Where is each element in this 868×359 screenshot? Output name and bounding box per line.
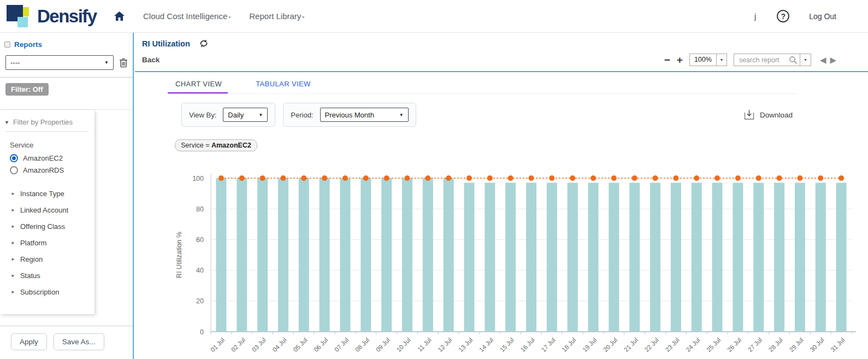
filter-status-badge: Filter: Off [5, 83, 49, 96]
service-option-amazonec2[interactable]: AmazonEC2 [10, 154, 95, 162]
filter-group-label: Instance Type [20, 190, 64, 198]
filter-group-region[interactable]: ►Region [0, 251, 95, 267]
bar-21-jul [629, 183, 640, 332]
zoom-level-value: 100% [690, 54, 716, 66]
user-initial[interactable]: j [754, 12, 756, 21]
zoom-level-select[interactable]: 100% ▼ [689, 54, 727, 66]
search-report-input[interactable] [738, 56, 789, 64]
chart-controls-row: View By: Daily ▼ Period: Previous Month … [168, 103, 797, 127]
chevron-right-icon: ► [11, 191, 15, 196]
densify-logo-icon [5, 3, 33, 30]
help-button[interactable]: ? [777, 10, 789, 22]
chevron-down-icon: ▼ [258, 113, 263, 117]
x-tick-label: 21 Jul [623, 337, 639, 353]
filter-group-subscription[interactable]: ►Subscription [0, 284, 95, 300]
x-tick-label: 05 Jul [292, 337, 309, 353]
target-dot-22-jul [653, 175, 658, 181]
target-dot-13-jul [467, 175, 472, 181]
back-button[interactable]: Back [142, 56, 160, 64]
filter-divider [5, 131, 88, 132]
x-tick-label: 11 Jul [416, 337, 433, 353]
bar-17-jul [547, 183, 557, 332]
x-tick-label: 08 Jul [354, 337, 370, 353]
trash-icon [119, 58, 128, 68]
reports-sidebar: Reports ---- ▼ Filter: Off ▼ Filter by P… [0, 33, 134, 359]
x-tick-label: 27 Jul [747, 337, 763, 353]
target-dot-09-jul [384, 175, 389, 181]
home-button[interactable] [114, 11, 125, 21]
panel-collapse-icon[interactable] [4, 42, 10, 48]
delete-report-button[interactable] [119, 58, 128, 68]
home-icon [114, 11, 125, 21]
filter-chip-value: AmazonEC2 [211, 142, 251, 149]
x-tick-label: 20 Jul [602, 337, 618, 353]
tab-chart-view[interactable]: CHART VIEW [175, 80, 222, 88]
service-option-label: AmazonRDS [23, 166, 64, 174]
previous-page-button[interactable]: ◀ [820, 56, 826, 64]
filter-section-header[interactable]: ▼ Filter by Properties [0, 118, 95, 126]
bar-06-jul [320, 178, 330, 332]
refresh-button[interactable] [199, 39, 209, 48]
next-page-button[interactable]: ▶ [830, 56, 836, 64]
ri-utilization-chart: 02040608010001 Jul02 Jul03 Jul04 Jul05 J… [168, 169, 863, 359]
period-value: Previous Month [325, 111, 374, 119]
nav-item-report-library[interactable]: Report Library▾ [249, 11, 304, 21]
bar-20-jul [609, 183, 619, 332]
filter-group-status[interactable]: ►Status [0, 267, 95, 284]
densify-logo[interactable]: Densify [5, 3, 107, 30]
tab-tabular-view[interactable]: TABULAR VIEW [256, 80, 311, 88]
bar-10-jul [402, 178, 412, 332]
period-select[interactable]: Previous Month ▼ [320, 108, 409, 122]
target-dot-20-jul [611, 175, 617, 181]
bar-24-jul [692, 183, 702, 332]
chevron-down-icon: ▼ [399, 113, 404, 117]
main-nav: Cloud Cost Intelligence▾Report Library▾ [125, 11, 304, 21]
bar-05-jul [299, 178, 309, 332]
filter-group-label: Offering Class [20, 222, 65, 231]
view-by-select[interactable]: Daily ▼ [223, 108, 268, 122]
save-as-button[interactable]: Save As... [54, 333, 104, 350]
radio-icon[interactable] [10, 154, 18, 162]
search-report-box [734, 54, 800, 66]
filter-group-platform[interactable]: ►Platform [0, 234, 95, 251]
x-tick-label: 16 Jul [519, 337, 536, 353]
bar-16-jul [526, 183, 536, 332]
logout-button[interactable]: Log Out [809, 12, 836, 21]
x-tick-label: 30 Jul [808, 337, 825, 353]
target-dot-29-jul [797, 175, 802, 181]
target-dot-19-jul [591, 175, 596, 181]
bar-27-jul [753, 183, 764, 332]
filter-section-title: Filter by Properties [13, 118, 73, 126]
nav-item-cloud-cost-intelligence[interactable]: Cloud Cost Intelligence▾ [143, 11, 231, 21]
nav-item-label: Cloud Cost Intelligence [143, 11, 227, 21]
period-label: Period: [291, 111, 313, 119]
target-dot-30-jul [818, 175, 823, 181]
target-dot-02-jul [239, 175, 245, 181]
filter-group-linked-account[interactable]: ►Linked Account [0, 202, 95, 218]
chevron-right-icon: ► [11, 273, 15, 278]
x-tick-label: 19 Jul [581, 337, 598, 353]
bar-31-jul [836, 183, 847, 332]
filter-group-offering-class[interactable]: ►Offering Class [0, 218, 95, 234]
zoom-in-button[interactable]: + [677, 55, 683, 65]
service-option-amazonrds[interactable]: AmazonRDS [10, 166, 95, 174]
search-options-button[interactable]: ▼ [800, 54, 811, 66]
filter-group-instance-type[interactable]: ►Instance Type [0, 185, 95, 202]
radio-icon[interactable] [10, 166, 18, 174]
apply-button[interactable]: Apply [11, 333, 47, 350]
bar-25-jul [712, 183, 723, 332]
download-button[interactable]: Download [743, 109, 797, 121]
x-tick-label: 24 Jul [684, 337, 701, 353]
search-icon[interactable] [789, 56, 798, 64]
filter-group-label: Status [20, 272, 40, 280]
service-options: AmazonEC2AmazonRDS [10, 154, 95, 174]
target-dot-05-jul [301, 175, 306, 181]
bar-15-jul [505, 183, 516, 332]
x-tick-label: 09 Jul [375, 337, 391, 353]
zoom-out-button[interactable]: − [664, 55, 670, 65]
report-select[interactable]: ---- ▼ [5, 55, 114, 70]
y-tick-label: 40 [196, 267, 204, 274]
zoom-level-dropdown-button[interactable]: ▼ [716, 54, 727, 66]
bar-13-jul [464, 183, 474, 332]
help-icon: ? [781, 12, 786, 21]
